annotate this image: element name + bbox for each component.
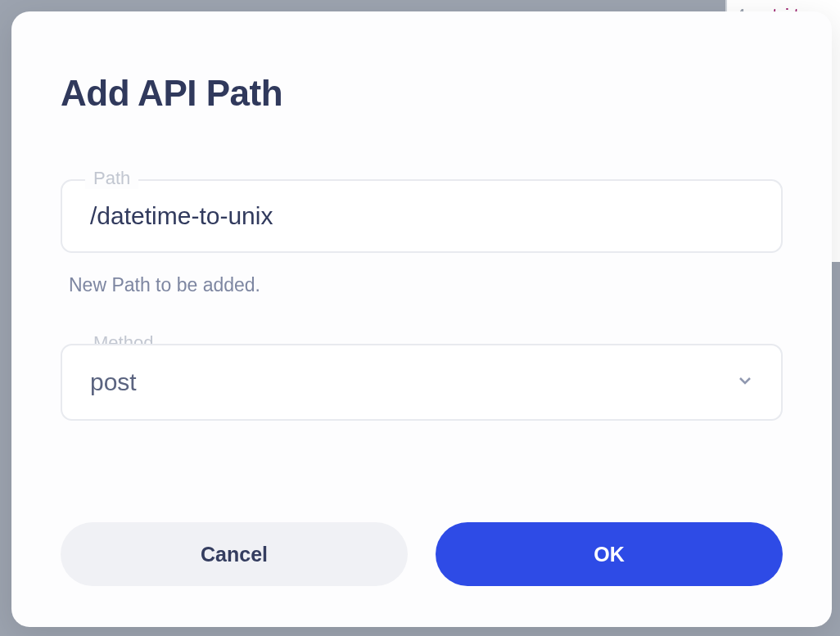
path-input[interactable] [61, 179, 783, 253]
path-helper-text: New Path to be added. [69, 274, 783, 296]
path-label: Path [85, 168, 138, 189]
ok-button[interactable]: OK [436, 522, 783, 586]
cancel-button[interactable]: Cancel [61, 522, 408, 586]
modal-button-row: Cancel OK [61, 522, 783, 586]
method-field-group: Method post [61, 344, 783, 421]
path-field-group: Path [61, 179, 783, 253]
add-api-path-modal: Add API Path Path New Path to be added. … [11, 11, 832, 627]
modal-title: Add API Path [61, 73, 783, 114]
method-select[interactable]: post [61, 344, 783, 421]
